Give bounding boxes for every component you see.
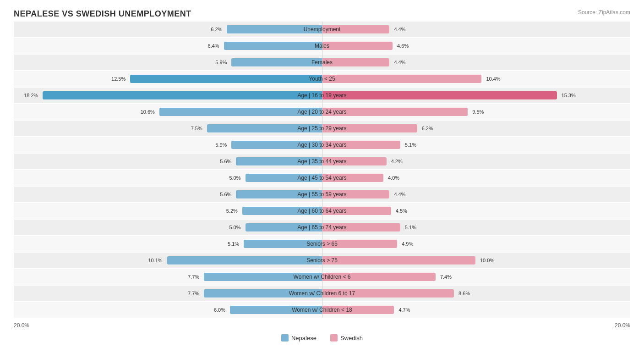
- val-nepalese: 7.7%: [188, 274, 201, 280]
- chart-container: NEPALESE VS SWEDISH UNEMPLOYMENT Source:…: [0, 0, 644, 347]
- legend-nepalese: Nepalese: [281, 334, 317, 341]
- legend-swedish: Swedish: [330, 334, 363, 341]
- row-label: Age | 35 to 44 years: [297, 158, 346, 165]
- val-swedish: 9.5%: [470, 109, 484, 115]
- row-label: Age | 60 to 64 years: [297, 208, 346, 214]
- val-swedish: 15.3%: [560, 93, 576, 98]
- row-label: Women w/ Children 6 to 17: [289, 290, 355, 297]
- val-swedish: 4.4%: [392, 27, 405, 32]
- row-label: Seniors > 65: [306, 241, 338, 247]
- val-swedish: 5.1%: [403, 225, 416, 230]
- val-swedish: 4.4%: [392, 60, 405, 65]
- row-label: Age | 65 to 74 years: [297, 224, 346, 231]
- bar-swedish: [322, 91, 557, 99]
- val-nepalese: 10.6%: [141, 109, 157, 115]
- val-swedish: 4.5%: [394, 208, 407, 214]
- row-label: Age | 30 to 34 years: [297, 142, 346, 148]
- row-label: Women w/ Children < 18: [292, 307, 352, 313]
- val-nepalese: 7.5%: [191, 126, 204, 131]
- val-swedish: 4.2%: [389, 159, 403, 164]
- val-nepalese: 5.6%: [220, 192, 233, 197]
- legend-nepalese-label: Nepalese: [291, 335, 317, 341]
- row-label: Women w/ Children < 6: [294, 274, 351, 280]
- bar-nepalese: [167, 256, 322, 264]
- val-swedish: 6.2%: [420, 126, 433, 131]
- val-nepalese: 5.2%: [226, 208, 240, 214]
- chart-area: 6.2%4.4%Unemployment6.4%4.6%Males5.9%4.4…: [14, 22, 630, 318]
- val-nepalese: 6.4%: [208, 43, 221, 49]
- chart-title: NEPALESE VS SWEDISH UNEMPLOYMENT: [14, 9, 191, 19]
- val-nepalese: 10.1%: [148, 258, 164, 263]
- bar-nepalese: [43, 91, 322, 99]
- bar-nepalese: [130, 75, 322, 83]
- val-swedish: 4.9%: [400, 241, 413, 247]
- val-nepalese: 5.0%: [229, 225, 242, 230]
- row-label: Females: [311, 59, 333, 66]
- val-swedish: 10.4%: [484, 76, 500, 82]
- x-axis-right: 20.0%: [615, 322, 630, 329]
- val-nepalese: 5.1%: [228, 241, 241, 247]
- val-swedish: 4.0%: [386, 175, 399, 181]
- x-axis-left: 20.0%: [14, 322, 29, 329]
- row-label: Youth < 25: [309, 76, 335, 82]
- val-swedish: 5.1%: [403, 142, 416, 148]
- val-nepalese: 7.7%: [188, 291, 201, 296]
- legend: Nepalese Swedish: [14, 334, 630, 341]
- val-nepalese: 5.9%: [215, 142, 229, 148]
- row-label: Seniors > 75: [306, 257, 338, 264]
- val-swedish: 4.4%: [392, 192, 405, 197]
- val-nepalese: 5.0%: [229, 175, 242, 181]
- bar-nepalese: [231, 58, 322, 66]
- row-label: Age | 16 to 19 years: [297, 92, 346, 99]
- bar-swedish: [322, 75, 481, 83]
- legend-nepalese-box: [281, 334, 289, 341]
- bar-swedish: [322, 256, 475, 264]
- row-label: Unemployment: [304, 26, 341, 33]
- val-nepalese: 12.5%: [111, 76, 127, 82]
- val-swedish: 4.7%: [397, 307, 410, 313]
- x-axis: 20.0% 20.0%: [14, 319, 630, 332]
- val-nepalese: 5.9%: [215, 60, 229, 65]
- val-swedish: 4.6%: [395, 43, 409, 49]
- val-swedish: 7.4%: [438, 274, 452, 280]
- row-label: Age | 20 to 24 years: [297, 109, 346, 115]
- row-label: Age | 45 to 54 years: [297, 175, 346, 181]
- row-label: Age | 25 to 29 years: [297, 125, 346, 132]
- val-nepalese: 18.2%: [24, 93, 40, 98]
- val-swedish: 8.6%: [457, 291, 470, 296]
- row-label: Males: [315, 43, 329, 49]
- source-line: Source: ZipAtlas.com: [578, 9, 630, 16]
- val-nepalese: 6.0%: [214, 307, 227, 313]
- val-swedish: 10.0%: [478, 258, 494, 263]
- legend-swedish-box: [330, 334, 338, 341]
- bar-swedish: [322, 42, 393, 50]
- row-label: Age | 55 to 59 years: [297, 191, 346, 198]
- legend-swedish-label: Swedish: [340, 335, 363, 341]
- val-nepalese: 6.2%: [211, 27, 224, 32]
- bar-nepalese: [224, 42, 322, 50]
- val-nepalese: 5.6%: [220, 159, 233, 164]
